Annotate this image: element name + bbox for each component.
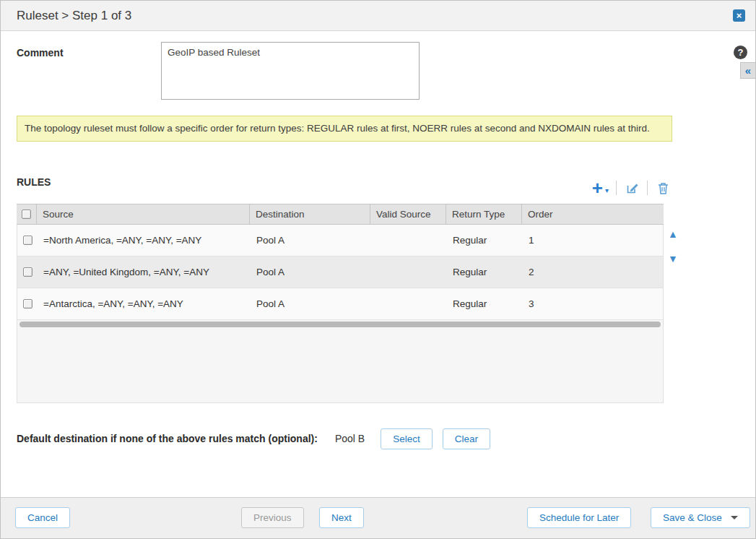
cell-valid-source — [371, 256, 447, 288]
cell-order: 3 — [523, 288, 663, 319]
toolbar-separator — [647, 181, 648, 195]
chevron-down-icon: ▾ — [605, 186, 609, 196]
checkbox-cell — [17, 225, 38, 256]
toolbar-separator — [616, 181, 617, 195]
edit-rule-button[interactable] — [624, 180, 640, 196]
collapse-panel-icon[interactable]: « — [740, 62, 755, 79]
comment-label: Comment — [17, 47, 64, 59]
cell-return-type: Regular — [447, 225, 523, 256]
checkbox-cell — [17, 288, 38, 319]
chevron-down-icon — [731, 516, 738, 519]
cell-order: 2 — [523, 256, 663, 288]
cell-source: =North America, =ANY, =ANY, =ANY — [38, 225, 251, 256]
row-checkbox[interactable] — [23, 267, 32, 277]
default-destination-label: Default destination if none of the above… — [17, 433, 318, 444]
edit-icon — [625, 181, 639, 195]
cell-source: =ANY, =United Kingdom, =ANY, =ANY — [38, 256, 251, 288]
cell-destination: Pool A — [251, 288, 371, 319]
column-header-order[interactable]: Order — [522, 204, 664, 224]
table-row[interactable]: =ANY, =United Kingdom, =ANY, =ANY Pool A… — [17, 256, 663, 288]
move-up-icon[interactable]: ▲ — [668, 229, 678, 239]
column-header-source[interactable]: Source — [37, 204, 250, 224]
schedule-for-later-button[interactable]: Schedule for Later — [527, 507, 631, 528]
next-button[interactable]: Next — [319, 507, 364, 528]
cell-source: =Antarctica, =ANY, =ANY, =ANY — [38, 288, 251, 319]
footer-bar: Cancel Previous Next Schedule for Later … — [1, 497, 755, 538]
plus-icon: + — [592, 180, 603, 196]
save-and-close-button[interactable]: Save & Close — [651, 507, 750, 528]
select-all-checkbox[interactable] — [22, 210, 31, 219]
rules-table-header: Source Destination Valid Source Return T… — [17, 204, 664, 225]
cell-order: 1 — [523, 225, 663, 256]
add-rule-button[interactable]: + ▾ — [592, 180, 609, 196]
save-and-close-label: Save & Close — [663, 512, 722, 523]
help-icon[interactable]: ? — [734, 46, 747, 59]
cell-valid-source — [371, 225, 447, 256]
default-destination-value: Pool B — [335, 433, 365, 444]
column-header-return-type[interactable]: Return Type — [446, 204, 522, 224]
row-checkbox[interactable] — [23, 299, 32, 309]
rules-section-title: RULES — [17, 176, 51, 188]
column-header-valid-source[interactable]: Valid Source — [370, 204, 446, 224]
rules-toolbar: + ▾ — [592, 177, 671, 199]
clear-button[interactable]: Clear — [443, 428, 490, 449]
cancel-button[interactable]: Cancel — [15, 507, 70, 528]
table-row[interactable]: =Antarctica, =ANY, =ANY, =ANY Pool A Reg… — [17, 288, 663, 320]
rules-table: Source Destination Valid Source Return T… — [17, 204, 664, 403]
comment-input[interactable]: GeoIP based Ruleset — [161, 42, 420, 100]
cell-return-type: Regular — [447, 288, 523, 319]
cell-destination: Pool A — [251, 225, 371, 256]
table-row[interactable]: =North America, =ANY, =ANY, =ANY Pool A … — [17, 225, 663, 256]
move-down-icon[interactable]: ▼ — [668, 254, 678, 264]
delete-rule-button[interactable] — [655, 180, 671, 196]
select-button[interactable]: Select — [381, 428, 433, 449]
default-destination-row: Default destination if none of the above… — [17, 428, 490, 449]
scrollbar-thumb[interactable] — [19, 322, 661, 327]
cell-destination: Pool A — [251, 256, 371, 288]
cell-valid-source — [371, 288, 447, 319]
previous-button[interactable]: Previous — [241, 507, 304, 528]
cell-return-type: Regular — [447, 256, 523, 288]
row-checkbox[interactable] — [23, 236, 32, 245]
trash-icon — [657, 181, 669, 195]
horizontal-scrollbar[interactable] — [17, 320, 663, 329]
info-banner: The topology ruleset must follow a speci… — [17, 116, 672, 142]
select-all-cell — [17, 204, 37, 224]
dialog-titlebar: Ruleset > Step 1 of 3 × — [1, 1, 755, 31]
checkbox-cell — [17, 256, 38, 288]
column-header-destination[interactable]: Destination — [250, 204, 370, 224]
close-icon[interactable]: × — [733, 9, 745, 22]
dialog-title: Ruleset > Step 1 of 3 — [17, 9, 131, 23]
ruleset-wizard-dialog: Ruleset > Step 1 of 3 × Comment GeoIP ba… — [0, 0, 756, 539]
